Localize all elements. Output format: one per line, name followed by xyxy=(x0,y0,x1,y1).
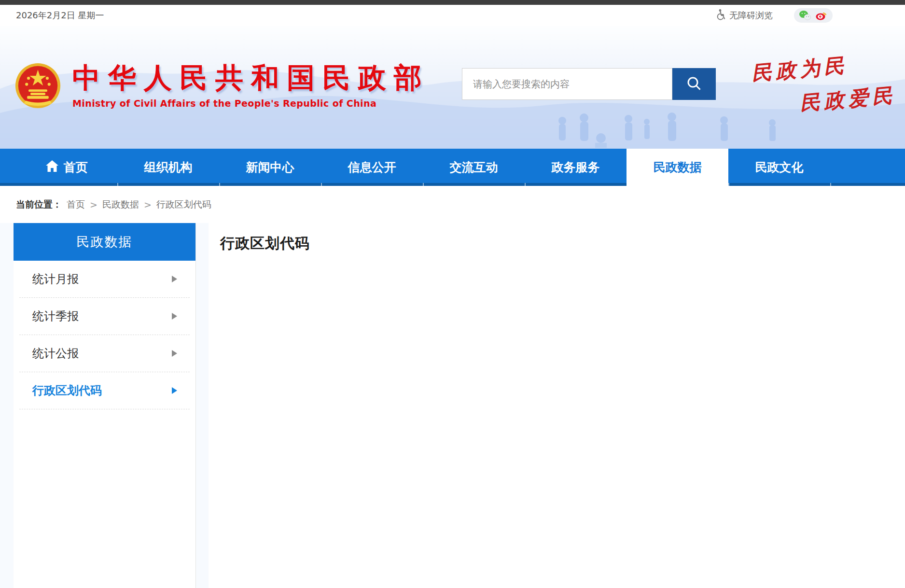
topbar: 2026年2月2日 星期一 无障碍浏览 xyxy=(0,5,905,26)
logo-title-group: 中华人民共和国民政部 Ministry of Civil Affairs of … xyxy=(14,62,430,111)
chevron-right-icon xyxy=(172,276,177,282)
sidebar-item-monthly-report[interactable]: 统计月报 xyxy=(19,261,190,298)
main-nav-items: 首页 组织机构 新闻中心 信息公开 交流互动 政务服务 民政数据 民政文化 xyxy=(15,149,830,186)
nav-separator xyxy=(219,183,220,186)
nav-item-services[interactable]: 政务服务 xyxy=(525,149,627,186)
nav-separator xyxy=(321,183,322,186)
sidebar: 民政数据 统计月报 统计季报 统计公报 行政区划代码 xyxy=(14,223,196,588)
nav-item-info-disclosure[interactable]: 信息公开 xyxy=(321,149,423,186)
topbar-right: 无障碍浏览 xyxy=(715,8,833,23)
breadcrumb-label: 当前位置： xyxy=(16,198,62,211)
accessibility-label: 无障碍浏览 xyxy=(729,10,773,21)
site-title-english: Ministry of Civil Affairs of the People'… xyxy=(72,98,430,109)
breadcrumb-separator: > xyxy=(144,199,152,210)
nav-separator xyxy=(525,183,526,186)
nav-item-civil-culture[interactable]: 民政文化 xyxy=(728,149,830,186)
sidebar-item-quarterly-report[interactable]: 统计季报 xyxy=(19,298,190,335)
nav-item-civil-data[interactable]: 民政数据 xyxy=(627,149,728,186)
main-nav: 首页 组织机构 新闻中心 信息公开 交流互动 政务服务 民政数据 民政文化 xyxy=(0,149,905,186)
chevron-right-icon xyxy=(172,387,177,394)
breadcrumb-home[interactable]: 首页 xyxy=(67,198,85,211)
content-area: 民政数据 统计月报 统计季报 统计公报 行政区划代码 行政区划代码 xyxy=(0,223,905,588)
nav-item-home[interactable]: 首页 xyxy=(15,149,117,186)
wheelchair-icon xyxy=(715,9,726,22)
nav-separator xyxy=(423,183,424,186)
search-button[interactable] xyxy=(672,68,716,100)
breadcrumb-separator: > xyxy=(90,199,97,210)
breadcrumb-current-page: 行政区划代码 xyxy=(156,198,211,211)
wechat-icon[interactable] xyxy=(799,10,811,21)
nav-item-organization[interactable]: 组织机构 xyxy=(117,149,219,186)
breadcrumb: 当前位置： 首页 > 民政数据 > 行政区划代码 xyxy=(0,186,905,223)
nav-separator xyxy=(830,183,831,186)
home-icon xyxy=(45,160,59,175)
chevron-right-icon xyxy=(172,350,177,357)
sidebar-title: 民政数据 xyxy=(14,223,195,261)
sidebar-item-admin-division-codes[interactable]: 行政区划代码 xyxy=(19,372,190,409)
top-edge-strip xyxy=(0,0,905,5)
breadcrumb-civil-data[interactable]: 民政数据 xyxy=(102,198,139,211)
site-header: 中华人民共和国民政部 Ministry of Civil Affairs of … xyxy=(0,26,905,149)
main-panel: 行政区划代码 xyxy=(209,223,905,588)
site-title-chinese: 中华人民共和国民政部 xyxy=(72,62,430,93)
nav-separator xyxy=(728,183,729,186)
sidebar-item-statistical-bulletin[interactable]: 统计公报 xyxy=(19,335,190,372)
nav-separator xyxy=(117,183,118,186)
national-emblem-logo xyxy=(14,62,61,111)
search-icon xyxy=(686,75,702,93)
current-date: 2026年2月2日 星期一 xyxy=(16,10,104,21)
nav-item-interaction[interactable]: 交流互动 xyxy=(423,149,525,186)
chevron-right-icon xyxy=(172,313,177,320)
nav-item-news[interactable]: 新闻中心 xyxy=(219,149,321,186)
search-input[interactable] xyxy=(462,68,672,100)
social-links-pill xyxy=(794,8,833,23)
accessibility-link[interactable]: 无障碍浏览 xyxy=(715,9,773,22)
weibo-icon[interactable] xyxy=(815,10,828,21)
page-title: 行政区划代码 xyxy=(220,234,905,253)
search-bar xyxy=(462,68,716,100)
